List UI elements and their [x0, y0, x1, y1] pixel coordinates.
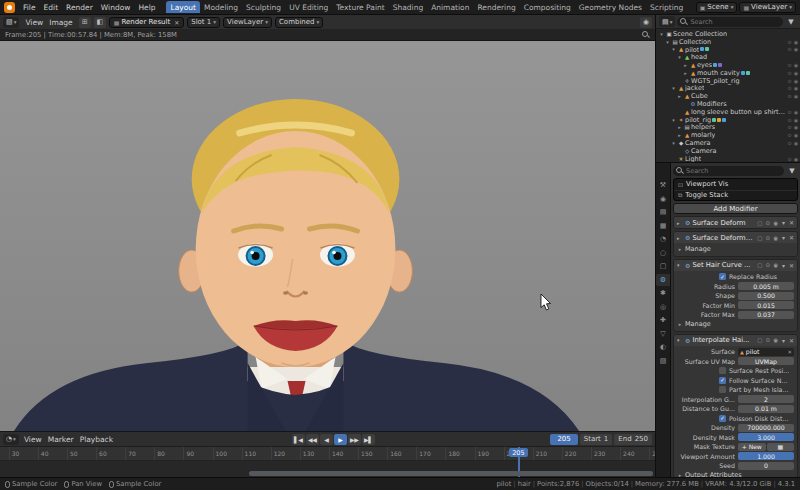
- collapse-caret-icon[interactable]: ▾: [677, 337, 683, 343]
- disable-render-icon[interactable]: ◉: [794, 62, 798, 68]
- outliner-item-helpers[interactable]: ▸▤helpers⊙◉: [656, 124, 800, 132]
- workspace-tab-uv-editing[interactable]: UV Editing: [285, 1, 332, 13]
- zoom-icon[interactable]: [642, 31, 650, 39]
- modifier-header[interactable]: ▸ ⚙ Surface Deform.001 ▢ ⊙ ◉ ▾ ✕: [674, 232, 797, 243]
- image-datablock-selector[interactable]: ▦ Render Result ✕: [109, 17, 184, 28]
- extras-menu-icon[interactable]: ▾: [782, 234, 785, 241]
- unlink-icon[interactable]: ✕: [174, 19, 179, 26]
- properties-search-input[interactable]: [686, 167, 781, 175]
- checkbox-replace-radius[interactable]: ✓: [719, 273, 726, 280]
- field-seed[interactable]: 0: [738, 462, 794, 470]
- subpanel-manage[interactable]: ▸Manage: [677, 320, 794, 329]
- slot-selector[interactable]: Slot 1 ▾: [187, 17, 220, 28]
- field-density-mask[interactable]: 3.000: [738, 433, 794, 441]
- tab-object-data-properties-icon[interactable]: ▽: [656, 328, 670, 340]
- tab-view-layer-properties-icon[interactable]: ▦: [656, 220, 670, 232]
- workspace-tab-sculpting[interactable]: Sculpting: [242, 1, 285, 13]
- expand-caret-icon[interactable]: ▸: [676, 124, 683, 130]
- close-icon[interactable]: ✕: [789, 219, 794, 226]
- menu-image[interactable]: Image: [46, 17, 76, 28]
- menu-render[interactable]: Render: [62, 2, 97, 13]
- workspace-tab-scripting[interactable]: Scripting: [646, 1, 687, 13]
- field-surface[interactable]: ▲pilot✕: [738, 348, 794, 356]
- prev-keyframe-button[interactable]: ◀◀: [306, 434, 319, 445]
- disable-render-icon[interactable]: ◉: [794, 117, 798, 123]
- disable-render-icon[interactable]: ◉: [794, 132, 798, 138]
- hide-viewport-icon[interactable]: ⊙: [787, 140, 791, 146]
- timeline-menu-marker[interactable]: Marker: [45, 435, 77, 444]
- expand-caret-icon[interactable]: ▸: [676, 93, 683, 99]
- timeline-ruler[interactable]: 3040506070809010011012013014015016017018…: [0, 447, 655, 461]
- disable-render-icon[interactable]: ◉: [794, 109, 798, 115]
- outliner-item-molarly[interactable]: ▸▲molarly⊙◉: [656, 131, 800, 139]
- outliner-item-jacket[interactable]: ▾▲jacket⊙◉: [656, 85, 800, 93]
- hide-viewport-icon[interactable]: ⊙: [787, 78, 791, 84]
- pin-icon[interactable]: ◉: [640, 17, 652, 28]
- timeline-track-area[interactable]: 3040506070809010011012013014015016017018…: [0, 447, 655, 477]
- filter-icon[interactable]: ▼: [786, 165, 798, 176]
- current-frame-field[interactable]: 205: [550, 434, 577, 445]
- edit-mode-toggle-icon[interactable]: ▢: [757, 262, 762, 268]
- modifier-header[interactable]: ▾ ⚙ Interpolate Hai... ▢ ⊙ ◉ ▾ ✕: [674, 335, 797, 346]
- expand-caret-icon[interactable]: ▸: [676, 132, 683, 138]
- checkbox-follow-surface-n[interactable]: ✓: [719, 377, 726, 384]
- disable-render-icon[interactable]: ◉: [794, 93, 798, 99]
- unlink-icon[interactable]: ✕: [787, 349, 792, 355]
- outliner-item-pilot-rig[interactable]: ▾✦pilot_rig⊙◉: [656, 116, 800, 124]
- render-toggle-icon[interactable]: ◉: [773, 337, 778, 343]
- toggle-stack-menu-item[interactable]: ⧉ Toggle Stack: [674, 190, 797, 201]
- menu-view[interactable]: View: [22, 17, 46, 28]
- outliner-item-camera[interactable]: ▾◆Camera⊙◉: [656, 139, 800, 147]
- tab-world-properties-icon[interactable]: ○: [656, 247, 670, 259]
- disable-render-icon[interactable]: ◉: [794, 140, 798, 146]
- hide-viewport-icon[interactable]: ⊙: [787, 85, 791, 91]
- checkbox-surface-rest-posi[interactable]: [719, 367, 726, 374]
- render-viewport[interactable]: [0, 41, 655, 431]
- hide-viewport-icon[interactable]: ⊙: [787, 39, 791, 45]
- checkbox-part-by-mesh-isla[interactable]: [719, 386, 726, 393]
- workspace-tab-animation[interactable]: Animation: [427, 1, 473, 13]
- outliner-item-light[interactable]: ☀Light⊙◉: [656, 155, 800, 162]
- expand-caret-icon[interactable]: ▾: [670, 46, 677, 52]
- tab-output-properties-icon[interactable]: ▤: [656, 206, 670, 218]
- tab-particles-properties-icon[interactable]: ✱: [656, 287, 670, 299]
- blender-logo-icon[interactable]: [4, 2, 15, 13]
- expand-caret-icon[interactable]: ▾: [670, 140, 677, 146]
- outliner-search-input[interactable]: [690, 18, 780, 26]
- menu-file[interactable]: File: [19, 2, 40, 13]
- disable-render-icon[interactable]: ◉: [794, 46, 798, 52]
- disable-render-icon[interactable]: ◉: [794, 70, 798, 76]
- tool-settings-icon[interactable]: ⊞: [79, 17, 91, 28]
- outliner-item-cube[interactable]: ▸▲Cube⊙◉: [656, 92, 800, 100]
- field-surface-uv-map[interactable]: UVMap: [738, 357, 794, 365]
- jump-to-start-button[interactable]: ▌◀: [292, 434, 305, 445]
- expand-caret-icon[interactable]: ▾: [670, 85, 677, 91]
- workspace-tab-layout[interactable]: Layout: [166, 1, 200, 13]
- field-interpolation-g[interactable]: 2: [738, 395, 794, 403]
- realtime-toggle-icon[interactable]: ⊙: [766, 262, 771, 268]
- timeline-editor-type-dropdown[interactable]: ◔ ▾: [3, 434, 19, 445]
- expand-caret-icon[interactable]: ▾: [658, 31, 665, 37]
- render-toggle-icon[interactable]: ◉: [773, 262, 778, 268]
- hide-viewport-icon[interactable]: ⊙: [787, 70, 791, 76]
- edit-mode-toggle-icon[interactable]: ▢: [757, 235, 762, 241]
- expand-caret-icon[interactable]: ▾: [664, 39, 671, 45]
- collapse-caret-icon[interactable]: ▸: [677, 235, 683, 241]
- outliner-item-camera[interactable]: ◇Camera: [656, 147, 800, 155]
- outliner-item-mouth-cavity[interactable]: ▸▲mouth cavity⊙◉: [656, 69, 800, 77]
- outliner-item-long-sleeve-button-up-shirt-ston[interactable]: ▲long sleeve button up shirt ston...⊙◉: [656, 108, 800, 116]
- viewport-vis-menu-item[interactable]: ⊡ Viewport Vis: [674, 179, 797, 190]
- workspace-tab-texture-paint[interactable]: Texture Paint: [332, 1, 388, 13]
- workspace-tab-shading[interactable]: Shading: [389, 1, 427, 13]
- outliner-item-pilot[interactable]: ▾▲pilot⊙◉: [656, 46, 800, 54]
- scene-selector[interactable]: ▣ Scene ▾: [696, 2, 738, 13]
- tab-tool-properties-icon[interactable]: ⚒: [656, 179, 670, 191]
- sidebar-toggle-icon[interactable]: ◧: [94, 17, 106, 28]
- outliner-item-modifiers[interactable]: ⚙Modifiers: [656, 100, 800, 108]
- field-distance-to-gu[interactable]: 0.01 m: [738, 405, 794, 413]
- edit-mode-toggle-icon[interactable]: ▢: [757, 220, 762, 226]
- expand-caret-icon[interactable]: ▸: [682, 70, 689, 76]
- outliner-item-eyes[interactable]: ▸▲eyes⊙◉: [656, 61, 800, 69]
- timeline-scrollbar[interactable]: [0, 471, 655, 476]
- tab-constraints-properties-icon[interactable]: ✚: [656, 314, 670, 326]
